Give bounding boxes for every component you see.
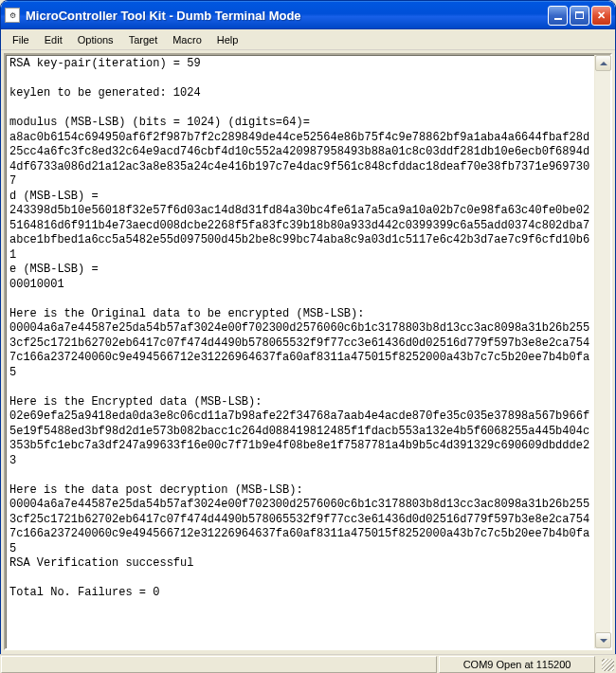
- window-title: MicroController Tool Kit - Dumb Terminal…: [26, 9, 548, 23]
- status-pane-main: [1, 656, 437, 673]
- menu-macro[interactable]: Macro: [165, 32, 209, 47]
- menu-options[interactable]: Options: [70, 32, 121, 47]
- minimize-button[interactable]: [548, 6, 568, 26]
- titlebar: ⚙ MicroController Tool Kit - Dumb Termin…: [1, 1, 615, 29]
- terminal-frame: RSA key-pair(iteration) = 59 keylen to b…: [4, 53, 612, 650]
- scroll-down-button[interactable]: [595, 632, 611, 648]
- scroll-up-button[interactable]: [595, 55, 611, 71]
- terminal-output[interactable]: RSA key-pair(iteration) = 59 keylen to b…: [6, 55, 594, 648]
- close-button[interactable]: ✕: [591, 6, 611, 26]
- menubar: File Edit Options Target Macro Help: [1, 29, 615, 50]
- resize-grip[interactable]: [602, 659, 614, 671]
- window-controls: ✕: [548, 6, 611, 26]
- menu-file[interactable]: File: [5, 32, 37, 47]
- app-icon: ⚙: [5, 8, 20, 23]
- menu-target[interactable]: Target: [121, 32, 166, 47]
- menu-edit[interactable]: Edit: [37, 32, 70, 47]
- maximize-button[interactable]: [570, 6, 589, 26]
- menu-help[interactable]: Help: [209, 32, 246, 47]
- status-connection: COM9 Open at 115200: [439, 656, 595, 673]
- statusbar: COM9 Open at 115200: [0, 654, 616, 673]
- scrollbar[interactable]: [594, 55, 610, 648]
